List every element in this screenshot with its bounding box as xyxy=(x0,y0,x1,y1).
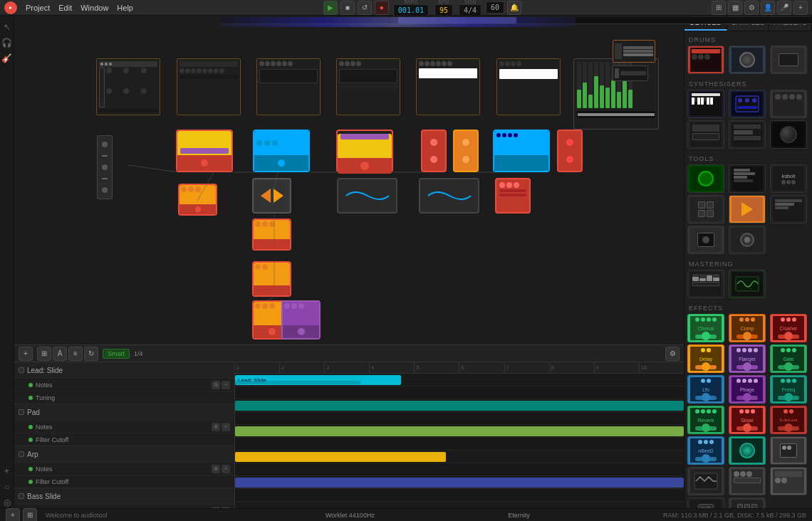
seq-list-btn[interactable]: A xyxy=(53,347,67,361)
clip-row-arp-notes[interactable] xyxy=(235,425,684,438)
device-fx-circle[interactable] xyxy=(729,436,766,465)
clip-row-bass-tuning[interactable] xyxy=(235,463,684,476)
clip-row-lead-notes[interactable]: Lead: Slide xyxy=(235,374,684,386)
device-drum-2[interactable] xyxy=(729,46,766,74)
effect-pedal-6[interactable] xyxy=(493,130,550,172)
circle2-icon[interactable]: ◎ xyxy=(1,497,13,508)
device-fx-extra3[interactable] xyxy=(729,467,766,495)
device-tool-6[interactable] xyxy=(770,195,807,223)
device-synth-5[interactable] xyxy=(729,120,766,149)
track-expand-pad[interactable] xyxy=(19,409,24,415)
grid-icon[interactable]: ⊞ xyxy=(712,1,726,15)
seq-timeline[interactable]: 1 2 3 4 5 6 7 8 9 10 xyxy=(235,362,684,508)
device-synth-2[interactable] xyxy=(729,90,766,118)
arrow-pedal-1[interactable] xyxy=(252,178,291,214)
row4-pedal-1[interactable] xyxy=(252,261,291,297)
position-bar[interactable] xyxy=(221,17,684,24)
effect-pedal-5[interactable] xyxy=(453,130,479,172)
smart-mode[interactable]: Smart xyxy=(103,349,130,359)
effect-pedal-1[interactable] xyxy=(176,130,233,172)
device-fx-extra2[interactable] xyxy=(687,467,724,495)
status-add-btn[interactable]: + xyxy=(6,508,20,522)
device-fx-freeq[interactable]: Freeq xyxy=(770,375,807,404)
seq-settings-btn[interactable]: ⚙ xyxy=(665,347,680,361)
row5-pedal-2[interactable] xyxy=(281,300,321,340)
seq-grid-btn[interactable]: ⊞ xyxy=(37,347,51,361)
device-fx-flanger[interactable]: Flanger xyxy=(729,344,766,373)
status-grid-btn[interactable]: ⊞ xyxy=(23,508,37,522)
clip-row-arp-filter[interactable] xyxy=(235,438,684,451)
device-tool-4[interactable] xyxy=(687,195,724,223)
device-fx-comp[interactable]: Comp xyxy=(729,314,766,342)
clip-row-stab-filter[interactable] xyxy=(235,489,684,502)
device-synth-4[interactable] xyxy=(687,120,724,149)
device-fx-phage[interactable]: Phage xyxy=(729,375,766,404)
small-control-unit[interactable] xyxy=(97,135,113,199)
instrument-icon[interactable]: 🎸 xyxy=(1,53,13,64)
track-expand-bassslide[interactable] xyxy=(19,493,24,499)
yellow-red-pedal[interactable] xyxy=(178,184,217,216)
device-fx-crusher[interactable]: Crusher xyxy=(770,314,807,342)
device-synth-3[interactable] xyxy=(770,90,807,118)
rewind-button[interactable]: ↺ xyxy=(358,1,372,15)
device-tool-8[interactable] xyxy=(729,226,766,254)
bell-icon[interactable]: 🔔 xyxy=(507,1,521,15)
device-tool-kobolt[interactable]: kobolt xyxy=(770,164,807,193)
device-synth-6[interactable] xyxy=(770,120,807,149)
track-ctrl-add-3[interactable]: + xyxy=(222,423,230,431)
clip-row-bass-notes[interactable] xyxy=(235,451,684,463)
sign-display[interactable]: 4/4 xyxy=(459,4,482,16)
clip-row-pad-notes[interactable] xyxy=(235,399,684,412)
device-fx-chorus[interactable]: Chorus xyxy=(687,314,724,342)
synth-module-6[interactable] xyxy=(496,58,561,115)
device-tool-orange-arrow[interactable] xyxy=(729,195,766,223)
device-fx-extra6[interactable] xyxy=(729,498,766,508)
device-tool-7[interactable] xyxy=(687,226,724,254)
rack-area[interactable] xyxy=(14,16,684,344)
device-tool-2[interactable] xyxy=(729,164,766,193)
synth-module-1[interactable] xyxy=(96,58,160,115)
clip-arp-notes[interactable] xyxy=(235,426,684,436)
device-fx-extra4[interactable] xyxy=(770,467,807,495)
menu-window[interactable]: Window xyxy=(80,4,108,12)
device-drum-1[interactable] xyxy=(687,46,724,74)
clip-lead-notes-2[interactable] xyxy=(235,381,360,384)
view-icon[interactable]: ▦ xyxy=(728,1,742,15)
track-header-pad[interactable]: Pad xyxy=(14,404,234,420)
menu-help[interactable]: Help xyxy=(117,4,133,12)
device-fx-reverb[interactable]: Reverb xyxy=(687,406,724,434)
seq-add-btn[interactable]: + xyxy=(19,347,33,361)
track-header-bassslide[interactable]: Bass Slide xyxy=(14,488,234,504)
headphone-icon[interactable]: 🎧 xyxy=(1,37,13,48)
device-fx-extra5[interactable] xyxy=(687,498,724,508)
menu-project[interactable]: Project xyxy=(26,4,50,12)
device-master-2[interactable] xyxy=(729,270,766,298)
mic-icon[interactable]: 🎤 xyxy=(777,1,791,15)
stop-button[interactable]: ■ xyxy=(340,1,355,15)
synth-module-3[interactable] xyxy=(256,58,321,115)
track-ctrl-add-1[interactable]: + xyxy=(222,381,230,389)
effect-pedal-7[interactable] xyxy=(557,130,583,172)
seq-division[interactable]: 1/4 xyxy=(134,350,143,357)
small-device-2[interactable] xyxy=(613,65,648,81)
row3-pedal-1[interactable] xyxy=(252,219,291,251)
effect-pedal-3[interactable] xyxy=(336,130,393,172)
synth-module-5[interactable] xyxy=(416,58,480,115)
seq-view-btn[interactable]: ≡ xyxy=(68,347,83,361)
red-pedal-row2[interactable] xyxy=(495,178,531,214)
clip-bass-notes-1[interactable] xyxy=(235,452,446,462)
track-ctrl-settings-3[interactable]: ⚙ xyxy=(212,423,220,431)
track-ctrl-add-5[interactable]: + xyxy=(222,465,230,473)
synth-module-4[interactable] xyxy=(336,58,400,115)
effect-pedal-4[interactable] xyxy=(421,130,447,172)
record-button[interactable]: ● xyxy=(375,1,389,15)
play-button[interactable]: ▶ xyxy=(323,1,338,15)
device-fx-delay[interactable]: Delay xyxy=(687,344,724,373)
device-fx-gate[interactable]: Gate xyxy=(770,344,807,373)
device-master-1[interactable] xyxy=(687,270,724,298)
settings-icon[interactable]: ⚙ xyxy=(744,1,759,15)
clip-pad-notes[interactable] xyxy=(235,401,684,411)
device-fx-nbeed[interactable]: nBeeD xyxy=(687,436,724,465)
wave-pedal-1[interactable] xyxy=(337,178,397,214)
track-ctrl-settings-5[interactable]: ⚙ xyxy=(212,465,220,473)
